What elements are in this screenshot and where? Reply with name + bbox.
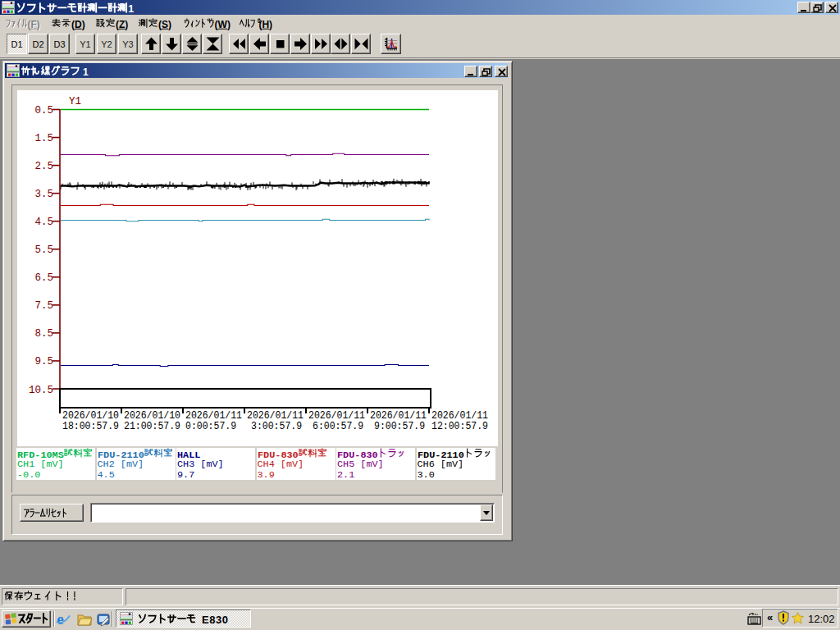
svg-text:): ) [37,19,40,30]
svg-text:6.5: 6.5 [34,272,53,284]
svg-text:1: 1 [128,3,134,15]
svg-text:W: W [218,19,228,30]
svg-text:3:00:57.9: 3:00:57.9 [251,421,302,432]
svg-text:Y1: Y1 [69,96,81,107]
svg-text:5.5: 5.5 [34,244,53,256]
svg-text:12:00:57.9: 12:00:57.9 [431,421,488,432]
svg-text:F: F [30,19,36,30]
svg-text:9.5: 9.5 [34,356,53,368]
svg-text:): ) [168,19,171,30]
svg-text:0.5: 0.5 [34,105,53,116]
svg-text:): ) [125,19,128,30]
svg-text:4.5: 4.5 [34,217,53,228]
svg-text:6:00:57.9: 6:00:57.9 [313,421,363,432]
svg-text:18:00:57.9: 18:00:57.9 [62,421,119,432]
svg-text:3.5: 3.5 [34,189,53,200]
svg-text:7.5: 7.5 [34,300,53,312]
svg-text:S: S [162,19,168,30]
svg-text:21:00:57.9: 21:00:57.9 [124,421,180,432]
svg-text:1: 1 [83,66,89,78]
svg-text:2.5: 2.5 [34,161,53,172]
svg-text:H: H [262,19,269,30]
svg-text:): ) [269,19,272,30]
svg-text:D: D [75,19,82,30]
svg-text:8.5: 8.5 [34,328,53,340]
svg-text:): ) [82,19,85,30]
svg-text:1.5: 1.5 [34,133,53,144]
svg-text:9:00:57.9: 9:00:57.9 [374,421,425,432]
svg-text:Z: Z [119,19,125,30]
svg-text:e: e [57,610,63,628]
svg-text:10.5: 10.5 [29,385,53,396]
svg-text:0:00:57.9: 0:00:57.9 [185,421,236,432]
svg-text:): ) [227,19,231,30]
